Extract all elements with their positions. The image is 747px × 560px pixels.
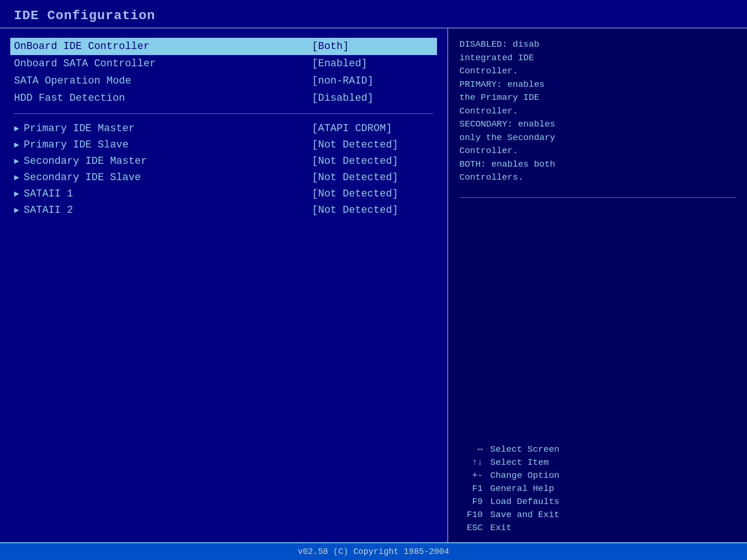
- help-line-2: Controller.: [459, 64, 736, 78]
- key-row-0: ↔ Select Screen: [459, 444, 736, 455]
- key-row-3: F1 General Help: [459, 483, 736, 494]
- drive-label-2: ► Secondary IDE Master: [14, 155, 147, 167]
- key-row-5: F10 Save and Exit: [459, 510, 736, 520]
- help-line-3: PRIMARY: enables: [459, 78, 736, 91]
- setting-label-3: HDD Fast Detection: [14, 92, 125, 104]
- key-row-6: ESC Exit: [459, 523, 736, 533]
- key-symbol-2: +-: [459, 470, 483, 481]
- key-row-4: F9 Load Defaults: [459, 497, 736, 507]
- drive-value-5: [Not Detected]: [303, 204, 433, 216]
- help-line-8: Controller.: [459, 144, 736, 158]
- drive-row-3[interactable]: ► Secondary IDE Slave [Not Detected]: [14, 169, 433, 186]
- drive-row-4[interactable]: ► SATAII 1 [Not Detected]: [14, 186, 433, 202]
- help-line-5: Controller.: [459, 105, 736, 118]
- main-content: OnBoard IDE Controller [Both] Onboard SA…: [0, 28, 747, 542]
- help-text-block: DISABLED: disab integrated IDE Controlle…: [459, 38, 736, 184]
- setting-value-3: [Disabled]: [303, 92, 433, 104]
- key-row-1: ↑↓ Select Item: [459, 457, 736, 468]
- setting-row-2[interactable]: SATA Operation Mode [non-RAID]: [14, 72, 433, 90]
- title-text: IDE Configuration: [14, 8, 155, 23]
- drive-label-1: ► Primary IDE Slave: [14, 139, 128, 151]
- drive-label-3: ► Secondary IDE Slave: [14, 172, 141, 183]
- drive-value-1: [Not Detected]: [303, 139, 433, 151]
- key-symbol-0: ↔: [459, 444, 483, 455]
- key-legend: ↔ Select Screen ↑↓ Select Item +- Change…: [459, 444, 736, 533]
- key-desc-2: Change Option: [490, 470, 559, 481]
- help-line-0: DISABLED: disab: [459, 38, 736, 51]
- key-symbol-1: ↑↓: [459, 457, 483, 468]
- drive-value-0: [ATAPI CDROM]: [303, 123, 433, 134]
- help-line-6: SECONDARY: enables: [459, 118, 736, 131]
- arrow-icon-0: ►: [14, 124, 19, 133]
- arrow-icon-3: ►: [14, 173, 19, 182]
- footer: v02.58 (C) Copyright 1985-2004: [0, 542, 747, 560]
- key-desc-3: General Help: [490, 483, 554, 494]
- help-line-1: integrated IDE: [459, 51, 736, 65]
- key-desc-5: Save and Exit: [490, 510, 559, 520]
- drive-row-5[interactable]: ► SATAII 2 [Not Detected]: [14, 202, 433, 218]
- drives-section: ► Primary IDE Master [ATAPI CDROM] ► Pri…: [14, 120, 433, 218]
- key-row-2: +- Change Option: [459, 470, 736, 481]
- setting-row-3[interactable]: HDD Fast Detection [Disabled]: [14, 90, 433, 107]
- help-divider: [459, 197, 736, 198]
- key-desc-6: Exit: [490, 523, 512, 533]
- divider: [14, 113, 433, 114]
- key-symbol-5: F10: [459, 510, 483, 520]
- key-desc-4: Load Defaults: [490, 497, 559, 507]
- right-panel: DISABLED: disab integrated IDE Controlle…: [448, 28, 747, 542]
- drive-row-2[interactable]: ► Secondary IDE Master [Not Detected]: [14, 153, 433, 169]
- help-line-9: BOTH: enables both: [459, 158, 736, 171]
- setting-row-1[interactable]: Onboard SATA Controller [Enabled]: [14, 55, 433, 72]
- help-line-10: Controllers.: [459, 171, 736, 184]
- footer-text: v02.58 (C) Copyright 1985-2004: [298, 547, 449, 556]
- setting-value-2: [non-RAID]: [303, 75, 433, 87]
- key-symbol-4: F9: [459, 497, 483, 507]
- key-desc-1: Select Item: [490, 457, 549, 468]
- drive-row-0[interactable]: ► Primary IDE Master [ATAPI CDROM]: [14, 120, 433, 137]
- key-desc-0: Select Screen: [490, 444, 559, 455]
- left-panel: OnBoard IDE Controller [Both] Onboard SA…: [0, 28, 448, 542]
- bios-screen: IDE Configuration OnBoard IDE Controller…: [0, 0, 747, 560]
- setting-row-0[interactable]: OnBoard IDE Controller [Both]: [10, 38, 437, 55]
- arrow-icon-1: ►: [14, 140, 19, 150]
- drive-value-4: [Not Detected]: [303, 188, 433, 200]
- key-symbol-3: F1: [459, 483, 483, 494]
- arrow-icon-5: ►: [14, 206, 19, 215]
- drive-row-1[interactable]: ► Primary IDE Slave [Not Detected]: [14, 137, 433, 153]
- settings-section: OnBoard IDE Controller [Both] Onboard SA…: [14, 38, 433, 107]
- drive-label-4: ► SATAII 1: [14, 188, 73, 200]
- drive-label-5: ► SATAII 2: [14, 204, 73, 216]
- drive-value-3: [Not Detected]: [303, 172, 433, 183]
- key-symbol-6: ESC: [459, 523, 483, 533]
- page-title: IDE Configuration: [0, 0, 747, 28]
- setting-label-0: OnBoard IDE Controller: [14, 41, 149, 52]
- arrow-icon-2: ►: [14, 157, 19, 166]
- setting-label-2: SATA Operation Mode: [14, 75, 131, 87]
- setting-value-1: [Enabled]: [303, 58, 433, 70]
- setting-value-0: [Both]: [303, 41, 433, 52]
- setting-label-1: Onboard SATA Controller: [14, 58, 156, 70]
- drive-label-0: ► Primary IDE Master: [14, 123, 134, 134]
- help-line-4: the Primary IDE: [459, 91, 736, 105]
- help-line-7: only the Secondary: [459, 131, 736, 145]
- arrow-icon-4: ►: [14, 189, 19, 199]
- drive-value-2: [Not Detected]: [303, 155, 433, 167]
